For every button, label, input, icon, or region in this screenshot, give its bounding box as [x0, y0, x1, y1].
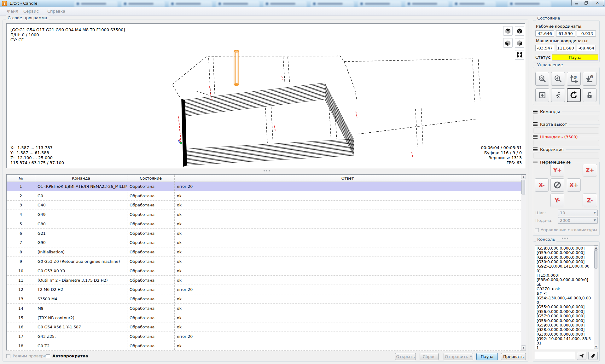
table-row[interactable]: 4G49Обработанаok [7, 210, 521, 219]
header-number: № [7, 175, 35, 182]
view-isometric-button[interactable] [515, 26, 524, 36]
table-row[interactable]: 2G0Обработанаok [7, 191, 521, 201]
safe-position-button[interactable] [535, 88, 549, 102]
scroll-down-arrow[interactable]: ▼ [521, 345, 526, 350]
scrollbar-thumb[interactable] [594, 250, 597, 269]
close-button[interactable]: ✕ [591, 0, 604, 6]
console-input[interactable] [535, 352, 575, 360]
background-browser-tab [169, 1, 212, 7]
section-spindle-body [533, 140, 599, 146]
section-spindle[interactable]: Шпиндель (3500) [533, 134, 600, 139]
jog-x-plus-button[interactable]: X+ [567, 178, 581, 192]
candle-app-icon [2, 1, 7, 6]
table-row[interactable]: 14M8Обработанаok [7, 304, 521, 313]
menu-service[interactable]: Сервис [23, 9, 39, 14]
menu-help[interactable]: Справка [47, 9, 65, 14]
home-button[interactable] [535, 72, 549, 86]
control-group-title: Управление [536, 62, 564, 67]
abort-button[interactable]: Прервать [501, 353, 526, 360]
console-send-button[interactable] [577, 352, 586, 360]
hamburger-icon [533, 110, 538, 113]
jog-z-minus-button[interactable]: Z- [583, 194, 597, 207]
background-browser-tab [508, 1, 551, 7]
section-heightmap[interactable]: Карта высот [533, 122, 600, 127]
header-command: Команда [35, 175, 127, 182]
view-top-button[interactable] [503, 26, 513, 36]
table-row[interactable]: 7G90Обработанаok [7, 238, 521, 248]
send-icon [579, 353, 585, 359]
zero-xy-button[interactable]: Ø [567, 72, 581, 86]
zero-z-button[interactable]: Ø [583, 72, 596, 86]
table-row[interactable]: 6G21Обработанаok [7, 229, 521, 238]
section-heightmap-body [533, 127, 599, 134]
table-row[interactable]: 9G0 G53 Z0 (Retour aux origines machine)… [7, 257, 521, 266]
table-scrollbar[interactable]: ▲ ▼ [521, 175, 526, 350]
scrollbar-thumb[interactable] [521, 180, 525, 194]
jog-x-minus-button[interactable]: X- [535, 178, 549, 192]
open-button[interactable]: Открыть [395, 353, 416, 360]
work-x-value: 42.646 [535, 30, 554, 37]
reset-button[interactable]: Сброс [420, 353, 439, 360]
table-row[interactable]: 1O1 (КРЕПЕЖ ДВИГАТЕЛЯ NEMA23-26_MILLING)… [7, 182, 521, 191]
stop-icon [553, 181, 562, 189]
view-front-button[interactable] [503, 38, 513, 48]
table-row[interactable]: 15(TBX-NB-contour2)Обработанаok [7, 313, 521, 323]
table-row[interactable]: 3G40Обработанаok [7, 201, 521, 210]
jog-y-plus-button[interactable]: Y+ [550, 164, 564, 176]
feed-label: Подача: [535, 218, 553, 223]
table-row[interactable]: 11(Outil n° 2 - Diametre 3.175 D2 H2)Обр… [7, 276, 521, 285]
sidebar-splitter-handle[interactable] [562, 238, 568, 239]
hamburger-icon [533, 147, 538, 151]
step-label: Шаг: [535, 211, 546, 215]
pause-button[interactable]: Пауза [476, 353, 498, 360]
fit-view-button[interactable] [515, 50, 524, 60]
section-commands[interactable]: Команды [533, 109, 600, 114]
table-row[interactable]: 8(Initialisation)Обработанаok [7, 247, 521, 257]
table-row[interactable]: 5G80Обработанаok [7, 219, 521, 229]
console-scrollbar[interactable]: ▲ ▼ [594, 246, 598, 349]
menu-file[interactable]: Файл [7, 9, 18, 14]
background-browser-tab [311, 1, 354, 7]
horizontal-splitter-handle[interactable] [264, 170, 270, 171]
toolpath-viewport[interactable]: [GC:G1 G54 G17 G21 G90 G94 M4 M8 T0 F100… [6, 23, 525, 168]
check-mode-checkbox[interactable] [6, 354, 10, 358]
hamburger-icon [533, 122, 538, 126]
scroll-down-arrow[interactable]: ▼ [594, 345, 598, 349]
minimize-button[interactable] [572, 0, 581, 6]
unlock-button[interactable] [583, 88, 596, 102]
svg-text:Ø: Ø [590, 75, 593, 79]
status-label: Статус: [535, 55, 551, 60]
probe-z-button[interactable] [551, 72, 565, 86]
section-correction[interactable]: Коррекция [533, 147, 600, 152]
dimensions-overlay: X: -1.587 ... 113.787 Y: -1.587 ... 61.5… [10, 145, 64, 165]
reset-grbl-button[interactable] [567, 88, 581, 102]
machine-x-value: -83.547 [535, 45, 554, 51]
view-side-button[interactable] [515, 38, 524, 48]
console-clear-button[interactable] [588, 352, 598, 360]
feed-select[interactable]: 2000▼ [558, 217, 598, 224]
table-row[interactable]: 17G43 Z25.Обработанаerror:20 [7, 332, 521, 341]
table-row[interactable]: 13S3500 M4Обработанаok [7, 294, 521, 304]
table-row[interactable]: 12T2 M6 D2 H2Обработанаerror:20 [7, 285, 521, 294]
send-button[interactable]: Отправить▼ [444, 353, 473, 360]
keyboard-control-checkbox[interactable] [535, 228, 539, 232]
run-from-line-button[interactable] [551, 88, 565, 102]
jog-z-plus-button[interactable]: Z+ [583, 164, 597, 176]
autoscroll-checkbox[interactable] [46, 354, 50, 358]
table-row[interactable]: 18G0 Z2.Обработанаok [7, 341, 521, 351]
tool-marker [234, 50, 239, 86]
machine-z-value: -68.464 [577, 45, 596, 51]
jog-y-minus-button[interactable]: Y- [550, 194, 564, 207]
hamburger-icon [533, 135, 538, 139]
send-dropdown-arrow[interactable]: ▼ [470, 355, 472, 358]
scroll-up-arrow[interactable]: ▲ [521, 175, 526, 179]
jog-stop-button[interactable] [550, 178, 564, 192]
eraser-icon [590, 353, 596, 359]
scroll-up-arrow[interactable]: ▲ [594, 246, 598, 250]
restore-button[interactable] [581, 0, 591, 6]
table-row[interactable]: 16G0 G54 X56.1 Y-1.587Обработанаok [7, 322, 521, 332]
step-select[interactable]: 10▼ [558, 210, 598, 216]
window-title: 1.txt - Candle [9, 1, 37, 6]
status-badge: Пауза [552, 54, 598, 61]
table-row[interactable]: 10G0 G53 X0 Y0Обработанаok [7, 266, 521, 276]
